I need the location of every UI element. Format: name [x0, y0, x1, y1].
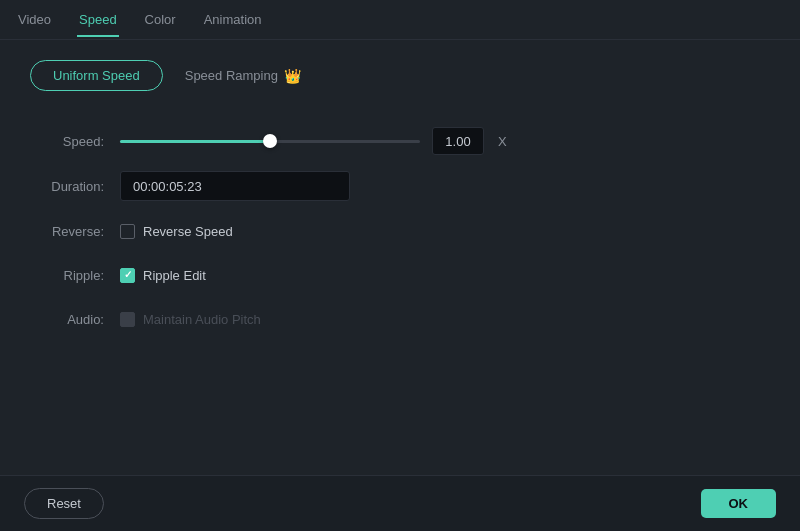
reset-button[interactable]: Reset [24, 488, 104, 519]
tab-color[interactable]: Color [143, 2, 178, 37]
reverse-checkbox[interactable] [120, 224, 135, 239]
speed-slider-thumb[interactable] [263, 134, 277, 148]
uniform-speed-button[interactable]: Uniform Speed [30, 60, 163, 91]
mode-toggles: Uniform Speed Speed Ramping 👑 [30, 60, 770, 91]
reverse-row: Reverse: Reverse Speed [30, 209, 770, 253]
audio-label: Audio: [30, 312, 120, 327]
audio-control: Maintain Audio Pitch [120, 312, 770, 327]
duration-label: Duration: [30, 179, 120, 194]
ripple-checkbox-text: Ripple Edit [143, 268, 206, 283]
audio-disabled-group: Maintain Audio Pitch [120, 312, 261, 327]
tab-animation[interactable]: Animation [202, 2, 264, 37]
ripple-control: Ripple Edit [120, 268, 770, 283]
speed-label: Speed: [30, 134, 120, 149]
ripple-label: Ripple: [30, 268, 120, 283]
speed-slider-track[interactable] [120, 140, 420, 143]
speed-ramping-button[interactable]: Speed Ramping 👑 [163, 61, 323, 91]
speed-slider-fill [120, 140, 270, 143]
tab-speed[interactable]: Speed [77, 2, 119, 37]
speed-ramping-label: Speed Ramping [185, 68, 278, 83]
audio-checkbox [120, 312, 135, 327]
reverse-checkbox-label[interactable]: Reverse Speed [120, 224, 233, 239]
speed-value-input[interactable] [432, 127, 484, 155]
tab-video[interactable]: Video [16, 2, 53, 37]
speed-row: Speed: X [30, 119, 770, 163]
ok-button[interactable]: OK [701, 489, 777, 518]
audio-checkbox-text: Maintain Audio Pitch [143, 312, 261, 327]
reverse-checkbox-text: Reverse Speed [143, 224, 233, 239]
bottom-bar: Reset OK [0, 475, 800, 531]
ripple-checkbox[interactable] [120, 268, 135, 283]
ripple-checkbox-label[interactable]: Ripple Edit [120, 268, 206, 283]
duration-value: 00:00:05:23 [133, 179, 202, 194]
duration-field[interactable]: 00:00:05:23 [120, 171, 350, 201]
app-container: Video Speed Color Animation Uniform Spee… [0, 0, 800, 531]
speed-control: X [120, 127, 770, 155]
reverse-control: Reverse Speed [120, 224, 770, 239]
main-content: Uniform Speed Speed Ramping 👑 Speed: X [0, 40, 800, 475]
speed-unit: X [498, 134, 507, 149]
form-rows: Speed: X Duration: 00:00:05:23 [30, 119, 770, 341]
duration-control: 00:00:05:23 [120, 171, 770, 201]
audio-row: Audio: Maintain Audio Pitch [30, 297, 770, 341]
duration-row: Duration: 00:00:05:23 [30, 163, 770, 209]
ripple-row: Ripple: Ripple Edit [30, 253, 770, 297]
crown-icon: 👑 [284, 68, 301, 84]
reverse-label: Reverse: [30, 224, 120, 239]
top-nav: Video Speed Color Animation [0, 0, 800, 40]
